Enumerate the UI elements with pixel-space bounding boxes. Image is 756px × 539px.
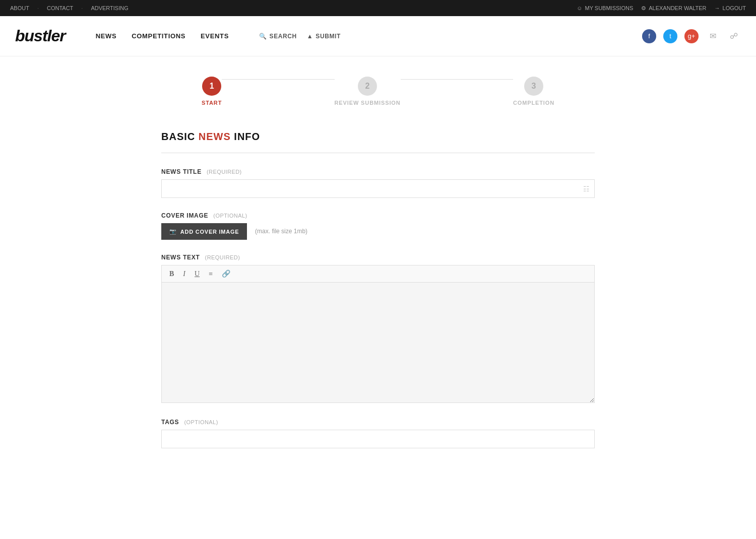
submit-button[interactable]: ▲ SUBMIT bbox=[307, 33, 341, 40]
italic-button[interactable]: I bbox=[180, 268, 188, 279]
news-text-input[interactable] bbox=[161, 282, 595, 403]
user-settings-link[interactable]: ⚙ ALEXANDER WALTER bbox=[641, 5, 706, 12]
news-text-group: News Text (REQUIRED) B I U ≡ 🔗 bbox=[161, 254, 595, 405]
bold-button[interactable]: B bbox=[167, 268, 176, 279]
step-1: 1 START bbox=[202, 77, 222, 106]
search-icon: 🔍 bbox=[259, 33, 267, 40]
underline-button[interactable]: U bbox=[192, 268, 202, 279]
section-title-highlight: NEWS bbox=[199, 131, 231, 142]
section-title: BASIC NEWS INFO bbox=[161, 131, 595, 143]
topbar-right: ☺ MY SUBMISSIONS ⚙ ALEXANDER WALTER → LO… bbox=[577, 5, 746, 12]
news-title-input[interactable] bbox=[161, 179, 595, 198]
gear-icon: ⚙ bbox=[641, 5, 646, 12]
my-submissions-link[interactable]: ☺ MY SUBMISSIONS bbox=[577, 5, 633, 11]
main-content: 1 START 2 REVIEW SUBMISSION 3 COMPLETION… bbox=[151, 56, 605, 483]
contact-link[interactable]: CONTACT bbox=[47, 5, 73, 11]
advertising-link[interactable]: ADVERTISING bbox=[91, 5, 128, 11]
twitter-icon[interactable]: t bbox=[663, 29, 677, 43]
step-1-circle: 1 bbox=[202, 77, 221, 96]
site-logo[interactable]: bustler bbox=[15, 27, 66, 45]
logout-icon: → bbox=[715, 5, 720, 11]
stepper-container: 1 START 2 REVIEW SUBMISSION 3 COMPLETION bbox=[202, 77, 554, 106]
step-3-label: COMPLETION bbox=[513, 100, 554, 106]
rss-icon[interactable]: ☍ bbox=[727, 29, 741, 43]
file-size-note: (max. file size 1mb) bbox=[255, 228, 307, 235]
step-line-2 bbox=[401, 79, 513, 80]
submit-icon: ▲ bbox=[307, 33, 313, 40]
step-3-circle: 3 bbox=[524, 77, 543, 96]
nav-actions: 🔍 SEARCH ▲ SUBMIT bbox=[259, 33, 341, 40]
user-icon: ☺ bbox=[577, 5, 582, 11]
image-icon: 📷 bbox=[169, 228, 177, 235]
about-link[interactable]: ABOUT bbox=[10, 5, 29, 11]
header: bustler NEWS COMPETITIONS EVENTS 🔍 SEARC… bbox=[0, 16, 756, 56]
logout-link[interactable]: → LOGOUT bbox=[715, 5, 746, 11]
cover-image-actions: 📷 ADD COVER IMAGE (max. file size 1mb) bbox=[161, 223, 595, 240]
tags-label: Tags (OPTIONAL) bbox=[161, 419, 595, 426]
section-title-part1: BASIC bbox=[161, 131, 199, 142]
step-2: 2 REVIEW SUBMISSION bbox=[335, 77, 401, 106]
nav-competitions[interactable]: COMPETITIONS bbox=[132, 32, 185, 40]
news-title-group: News Title (REQUIRED) ☷ bbox=[161, 168, 595, 198]
news-title-input-wrapper: ☷ bbox=[161, 179, 595, 198]
cover-image-label: Cover Image (OPTIONAL) bbox=[161, 212, 595, 219]
main-nav: NEWS COMPETITIONS EVENTS 🔍 SEARCH ▲ SUBM… bbox=[96, 32, 341, 40]
editor-toolbar: B I U ≡ 🔗 bbox=[161, 265, 595, 282]
section-divider bbox=[161, 153, 595, 153]
topbar: ABOUT · CONTACT · ADVERTISING ☺ MY SUBMI… bbox=[0, 0, 756, 16]
header-right: f t g+ ✉ ☍ bbox=[642, 29, 741, 43]
step-1-label: START bbox=[202, 100, 222, 106]
input-icon: ☷ bbox=[583, 185, 590, 193]
link-button[interactable]: 🔗 bbox=[219, 268, 233, 279]
add-cover-image-button[interactable]: 📷 ADD COVER IMAGE bbox=[161, 223, 247, 240]
nav-news[interactable]: NEWS bbox=[96, 32, 117, 40]
facebook-icon[interactable]: f bbox=[642, 29, 656, 43]
email-icon[interactable]: ✉ bbox=[706, 29, 720, 43]
nav-events[interactable]: EVENTS bbox=[201, 32, 229, 40]
step-3: 3 COMPLETION bbox=[513, 77, 554, 106]
cover-image-group: Cover Image (OPTIONAL) 📷 ADD COVER IMAGE… bbox=[161, 212, 595, 240]
tags-group: Tags (OPTIONAL) bbox=[161, 419, 595, 448]
google-plus-icon[interactable]: g+ bbox=[684, 29, 699, 43]
step-2-label: REVIEW SUBMISSION bbox=[335, 100, 401, 106]
topbar-left: ABOUT · CONTACT · ADVERTISING bbox=[10, 5, 129, 11]
section-title-part2: INFO bbox=[231, 131, 260, 142]
step-line-1 bbox=[222, 79, 334, 80]
tags-input[interactable] bbox=[161, 430, 595, 448]
news-text-label: News Text (REQUIRED) bbox=[161, 254, 595, 261]
step-2-circle: 2 bbox=[358, 77, 377, 96]
search-button[interactable]: 🔍 SEARCH bbox=[259, 33, 297, 40]
progress-stepper: 1 START 2 REVIEW SUBMISSION 3 COMPLETION bbox=[161, 77, 595, 106]
list-button[interactable]: ≡ bbox=[206, 268, 215, 279]
news-title-label: News Title (REQUIRED) bbox=[161, 168, 595, 175]
